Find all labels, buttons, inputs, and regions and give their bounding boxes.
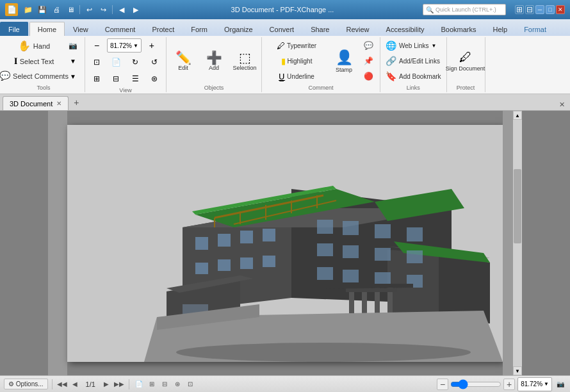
qat-save[interactable]: 💾 bbox=[36, 4, 49, 15]
total-pages: 1 bbox=[92, 380, 95, 388]
tab-file[interactable]: File bbox=[0, 22, 28, 36]
zoom-value-display[interactable]: 81.72% ▼ bbox=[517, 377, 552, 391]
tab-help[interactable]: Help bbox=[485, 22, 516, 36]
zoom-in-button[interactable]: + bbox=[143, 39, 161, 52]
svg-rect-23 bbox=[375, 248, 391, 261]
select-text-button[interactable]: 𝐈 Select Text bbox=[5, 54, 63, 68]
tab-convert[interactable]: Convert bbox=[261, 22, 303, 36]
doc-tab-label: 3D Document bbox=[10, 100, 53, 108]
tab-bookmarks[interactable]: Bookmarks bbox=[432, 22, 484, 36]
page-info: 1/1 bbox=[82, 380, 99, 388]
tab-comment[interactable]: Comment bbox=[97, 22, 144, 36]
add-edit-links-button[interactable]: 🔗 Add/Edit Links bbox=[383, 54, 443, 68]
typewriter-button[interactable]: 🖊 Typewriter bbox=[265, 38, 329, 53]
close-button[interactable]: ✕ bbox=[556, 5, 565, 14]
scroll-track[interactable] bbox=[513, 120, 522, 366]
nav-last-button[interactable]: ▶▶ bbox=[113, 379, 125, 390]
underline-button[interactable]: U̲ Underline bbox=[265, 69, 329, 83]
tab-format[interactable]: Format bbox=[516, 22, 555, 36]
svg-rect-25 bbox=[317, 267, 333, 280]
tab-protect[interactable]: Protect bbox=[143, 22, 183, 36]
view-page-button[interactable]: 📄 bbox=[107, 55, 125, 69]
nav-forward-button[interactable]: ▶ bbox=[129, 4, 142, 15]
zoom-input[interactable]: 81.72% ▼ bbox=[107, 38, 142, 53]
nav-first-button[interactable]: ◀◀ bbox=[56, 379, 68, 390]
app-window: 📄 📁 💾 🖨 🖥 ↩ ↪ ◀ ▶ 3D Document - PDF-XCha… bbox=[0, 0, 570, 392]
tab-review[interactable]: Review bbox=[338, 22, 377, 36]
sign-document-button[interactable]: 🖊 Sign Document bbox=[450, 38, 482, 83]
scroll-up-button[interactable]: ▲ bbox=[513, 111, 522, 120]
view-rotate-cw[interactable]: ↻ bbox=[126, 55, 144, 69]
view-mode-buttons: 📄 ⊞ ⊟ ⊛ ⊡ bbox=[133, 379, 196, 390]
view-mode-continuous[interactable]: ⊞ bbox=[146, 379, 158, 390]
zoom-display-dropdown[interactable]: ▼ bbox=[544, 381, 549, 387]
zoom-slider[interactable] bbox=[450, 379, 501, 389]
highlight-label: Highlight bbox=[288, 58, 313, 65]
title-bar-icons: 📄 bbox=[5, 3, 18, 16]
nav-back-button[interactable]: ◀ bbox=[115, 4, 128, 15]
selection-button[interactable]: ⬚ Selection bbox=[231, 38, 259, 83]
view-mode-facing[interactable]: ⊟ bbox=[159, 379, 170, 390]
select-comments-button[interactable]: 💬 Select Comments bbox=[5, 69, 63, 82]
ribbon-group-links: 🌐 Web Links ▼ 🔗 Add/Edit Links 🔖 Add Boo… bbox=[380, 37, 447, 92]
zoom-plus-button[interactable]: + bbox=[503, 379, 515, 390]
view-rotate-ccw[interactable]: ↺ bbox=[145, 55, 163, 69]
view-mode-fit[interactable]: ⊛ bbox=[172, 379, 183, 390]
options-button[interactable]: ⚙ Options... bbox=[4, 379, 48, 389]
content-area: ▲ ▼ ⚙ Options... ◀◀ bbox=[0, 111, 570, 392]
document-tab[interactable]: 3D Document ✕ bbox=[3, 96, 69, 110]
tab-share[interactable]: Share bbox=[302, 22, 338, 36]
view-fit-button[interactable]: ⊡ bbox=[88, 55, 106, 69]
tab-home[interactable]: Home bbox=[29, 22, 65, 36]
extras-icon[interactable]: ⊞ bbox=[515, 5, 524, 14]
web-links-dropdown[interactable]: ▼ bbox=[432, 43, 437, 49]
qat-print[interactable]: 🖨 bbox=[50, 4, 63, 15]
layout-icon[interactable]: ⊟ bbox=[525, 5, 534, 14]
view-mode-single[interactable]: 📄 bbox=[133, 379, 145, 390]
view-mode-fullscreen[interactable]: ⊡ bbox=[184, 379, 196, 390]
view-layout4[interactable]: ⊛ bbox=[145, 72, 163, 86]
tab-accessibility[interactable]: Accessibility bbox=[378, 22, 433, 36]
add-bookmark-button[interactable]: 🔖 Add Bookmark bbox=[383, 69, 444, 83]
zoom-screenshot-button[interactable]: 📷 bbox=[555, 379, 566, 390]
zoom-out-button[interactable]: − bbox=[88, 39, 106, 52]
edit-button[interactable]: ✏️ Edit bbox=[169, 38, 197, 83]
zoom-status: − + 81.72% ▼ 📷 bbox=[437, 377, 566, 391]
tab-form[interactable]: Form bbox=[183, 22, 216, 36]
hand-tool-button[interactable]: ✋ Hand bbox=[5, 38, 63, 53]
tab-view[interactable]: View bbox=[65, 22, 97, 36]
nav-prev-button[interactable]: ◀ bbox=[69, 379, 81, 390]
view-layout3[interactable]: ☰ bbox=[126, 72, 144, 86]
redo-button[interactable]: ↪ bbox=[97, 4, 110, 15]
minimize-button[interactable]: ─ bbox=[535, 5, 544, 14]
zoom-minus-button[interactable]: − bbox=[437, 379, 448, 390]
extra2-icon: ▼ bbox=[70, 73, 76, 80]
scroll-down-button[interactable]: ▼ bbox=[513, 366, 522, 375]
web-links-button[interactable]: 🌐 Web Links ▼ bbox=[383, 38, 439, 53]
zoom-display-value: 81.72% bbox=[521, 380, 542, 388]
highlight-button[interactable]: ▮ Highlight bbox=[265, 54, 329, 68]
nav-next-button[interactable]: ▶ bbox=[101, 379, 112, 390]
tab-organize[interactable]: Organize bbox=[216, 22, 261, 36]
comment-extra1[interactable]: 💬 bbox=[359, 38, 377, 53]
tools-more2-button[interactable]: ▼ bbox=[64, 54, 82, 68]
view-items: − 81.72% ▼ + ⊡ 📄 ↻ ↺ ⊞ bbox=[88, 38, 163, 86]
comment-extra2[interactable]: 📌 bbox=[359, 54, 377, 68]
edit-label: Edit bbox=[178, 65, 188, 71]
tab-close-button[interactable]: ✕ bbox=[56, 100, 61, 107]
view-layout2[interactable]: ⊟ bbox=[107, 72, 125, 86]
panel-close-button[interactable]: ✕ bbox=[556, 99, 567, 110]
maximize-button[interactable]: □ bbox=[546, 5, 555, 14]
new-tab-button[interactable]: + bbox=[70, 96, 83, 109]
add-button[interactable]: ➕ Add bbox=[200, 38, 228, 83]
stamp-button[interactable]: 👤 Stamp bbox=[330, 38, 358, 83]
qat-folder[interactable]: 📁 bbox=[22, 4, 35, 15]
undo-button[interactable]: ↩ bbox=[83, 4, 95, 15]
tools-more3-button[interactable]: ▼ bbox=[64, 69, 82, 83]
view-layout1[interactable]: ⊞ bbox=[88, 72, 106, 86]
zoom-dropdown-icon[interactable]: ▼ bbox=[133, 43, 138, 49]
quick-launch-search[interactable]: 🔍 Quick Launch (CTRL+.) bbox=[423, 4, 506, 15]
qat-extra[interactable]: 🖥 bbox=[64, 4, 77, 15]
comment-extra3[interactable]: 🔴 bbox=[359, 69, 377, 83]
tools-more-button[interactable]: 📷 bbox=[64, 38, 82, 53]
